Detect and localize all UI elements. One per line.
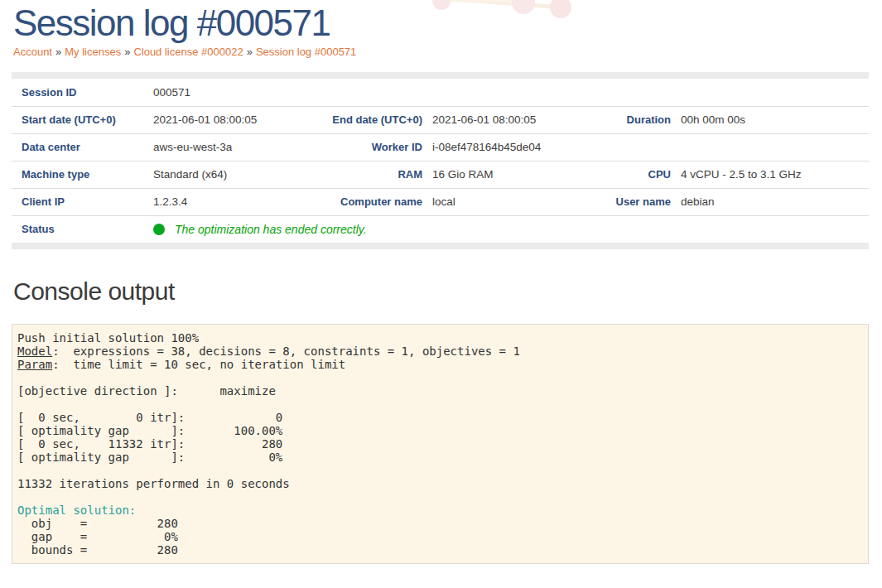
label-machine-type: Machine type: [12, 161, 153, 188]
status-ok-icon: [153, 224, 165, 235]
console-heading: Console output: [13, 277, 869, 306]
label-start-date: Start date (UTC+0): [12, 106, 153, 133]
table-row-client: Client IP 1.2.3.4 Computer name local Us…: [12, 188, 869, 215]
console-line: [17, 371, 868, 384]
label-user-name: User name: [557, 188, 681, 215]
status-text: The optimization has ended correctly.: [175, 223, 367, 236]
console-line: [17, 398, 868, 411]
value-duration: 00h 00m 00s: [681, 106, 869, 133]
breadcrumb-link-cloud-license[interactable]: Cloud license #000022: [133, 46, 243, 58]
table-top-band-cell: [12, 72, 869, 79]
breadcrumb-separator: »: [247, 46, 253, 58]
console-line: [ optimality gap ]: 100.00%: [17, 424, 868, 437]
console-line: Push initial solution 100%: [17, 331, 868, 345]
console-line: [ optimality gap ]: 0%: [17, 451, 868, 464]
table-row-dates: Start date (UTC+0) 2021-06-01 08:00:05 E…: [12, 106, 869, 133]
page-content: Session log #000571 Account»My licenses»…: [0, 0, 882, 564]
table-row-datacenter: Data center aws-eu-west-3a Worker ID i-0…: [12, 133, 869, 161]
table-row-status: Status The optimization has ended correc…: [12, 215, 869, 243]
value-session-id: 000571: [153, 79, 869, 106]
table-row-machine: Machine type Standard (x64) RAM 16 Gio R…: [12, 161, 869, 188]
value-end-date: 2021-06-01 08:00:05: [432, 106, 557, 133]
console-line: 11332 iterations performed in 0 seconds: [17, 477, 868, 490]
value-status: The optimization has ended correctly.: [153, 215, 869, 243]
console-output: Push initial solution 100%Model: express…: [12, 324, 869, 564]
value-machine-type: Standard (x64): [153, 161, 273, 188]
breadcrumb-separator: »: [124, 46, 130, 58]
console-line: [17, 490, 868, 504]
value-start-date: 2021-06-01 08:00:05: [153, 106, 273, 133]
breadcrumb-current-session-log: Session log #000571: [256, 46, 356, 58]
label-ram: RAM: [273, 161, 432, 188]
page-title: Session log #000571: [12, 0, 869, 42]
table-bottom-band-cell: [12, 243, 869, 249]
console-line: [17, 464, 868, 477]
breadcrumb-link-account[interactable]: Account: [13, 46, 52, 58]
value-data-center: aws-eu-west-3a: [153, 133, 273, 161]
label-data-center: Data center: [12, 133, 153, 161]
label-session-id: Session ID: [12, 79, 153, 106]
console-line: Model: expressions = 38, decisions = 8, …: [17, 345, 868, 358]
console-line: Param: time limit = 10 sec, no iteration…: [17, 358, 868, 371]
value-ram: 16 Gio RAM: [432, 161, 557, 188]
console-line: [ 0 sec, 0 itr]: 0: [17, 411, 868, 424]
value-user-name: debian: [681, 188, 869, 215]
console-line: bounds = 280: [17, 543, 868, 557]
breadcrumb-link-my-licenses[interactable]: My licenses: [65, 46, 121, 58]
label-client-ip: Client IP: [12, 188, 153, 215]
table-row-session-id: Session ID 000571: [12, 79, 869, 106]
value-computer-name: local: [432, 188, 557, 215]
label-status: Status: [12, 215, 153, 243]
label-worker-id: Worker ID: [273, 133, 432, 161]
session-info-table: Session ID 000571 Start date (UTC+0) 202…: [12, 72, 869, 249]
label-end-date: End date (UTC+0): [273, 106, 432, 133]
table-bottom-band: [12, 243, 869, 249]
breadcrumb-separator: »: [55, 46, 61, 58]
console-line: obj = 280: [17, 517, 868, 530]
value-worker-id: i-08ef478164b45de04: [432, 133, 869, 161]
table-top-band: [12, 72, 869, 79]
value-cpu: 4 vCPU - 2.5 to 3.1 GHz: [681, 161, 869, 188]
console-line: [ 0 sec, 11332 itr]: 280: [17, 437, 868, 451]
console-line: [objective direction ]: maximize: [17, 384, 868, 398]
label-computer-name: Computer name: [273, 188, 432, 215]
label-duration: Duration: [557, 106, 681, 133]
value-client-ip: 1.2.3.4: [153, 188, 273, 215]
console-line: gap = 0%: [17, 530, 868, 543]
label-cpu: CPU: [557, 161, 681, 188]
breadcrumb: Account»My licenses»Cloud license #00002…: [13, 46, 869, 58]
console-line: Optimal solution:: [17, 504, 868, 517]
